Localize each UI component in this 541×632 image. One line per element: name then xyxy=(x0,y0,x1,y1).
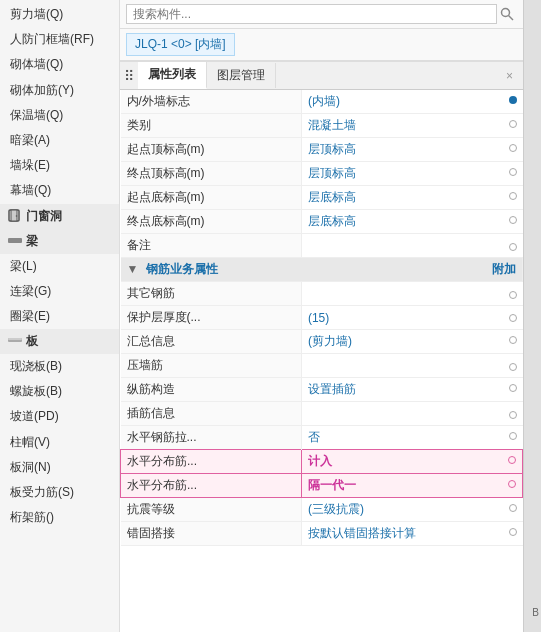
dot-empty-rebar7 xyxy=(508,456,516,464)
grid-icon: ⠿ xyxy=(124,68,134,84)
prop-name-vert-structure: 纵筋构造 xyxy=(121,378,302,402)
search-input[interactable] xyxy=(126,4,497,24)
prop-row-lap-connect: 错固搭接 按默认错固搭接计算 xyxy=(121,522,523,546)
dot-empty-icon2 xyxy=(509,144,517,152)
prop-value-cover[interactable]: (15) xyxy=(301,306,522,330)
sidebar-item-col-cap[interactable]: 柱帽(V) xyxy=(0,430,119,455)
sidebar-section-slab-label: 板 xyxy=(26,333,38,350)
sidebar-item-masonry-rebar[interactable]: 砌体加筋(Y) xyxy=(0,78,119,103)
prop-value-pressure-bar[interactable] xyxy=(301,354,522,378)
sidebar-item-ramp[interactable]: 坡道(PD) xyxy=(0,404,119,429)
sidebar-section-beam[interactable]: 梁 xyxy=(0,229,119,254)
dot-empty-rebar5 xyxy=(509,411,517,419)
prop-row-horiz-rebar-dist: 水平钢筋拉... 否 xyxy=(121,426,523,450)
prop-value-start-top[interactable]: 层顶标高 xyxy=(301,138,522,162)
dot-empty-rebar0 xyxy=(509,291,517,299)
dot-filled-icon xyxy=(509,96,517,104)
search-button[interactable] xyxy=(497,4,517,24)
properties-table: 内/外墙标志 (内墙) 类别 混凝土墙 起点顶标高(m) xyxy=(120,90,523,546)
prop-value-start-bottom[interactable]: 层底标高 xyxy=(301,186,522,210)
prop-row-end-bottom: 终点底标高(m) 层底标高 xyxy=(121,210,523,234)
prop-value-lap-connect[interactable]: 按默认错固搭接计算 xyxy=(301,522,522,546)
component-tag[interactable]: JLQ-1 <0> [内墙] xyxy=(126,33,235,56)
prop-name-summary: 汇总信息 xyxy=(121,330,302,354)
prop-row-end-top: 终点顶标高(m) 层顶标高 xyxy=(121,162,523,186)
properties-panel: ⠿ 属性列表 图层管理 × 内/外墙标志 (内墙) 类别 混凝土墙 xyxy=(120,61,523,632)
prop-name-rebar-info: 插筋信息 xyxy=(121,402,302,426)
prop-name-horiz-rebar-dist: 水平钢筋拉... xyxy=(121,426,302,450)
sidebar-item-spiral-slab[interactable]: 螺旋板(B) xyxy=(0,379,119,404)
sidebar-section-slab[interactable]: 板 xyxy=(0,329,119,354)
prop-row-start-top: 起点顶标高(m) 层顶标高 xyxy=(121,138,523,162)
prop-name-horiz-dist1: 水平分布筋... xyxy=(121,450,302,474)
prop-value-interior-flag[interactable]: (内墙) xyxy=(301,90,522,114)
svg-point-6 xyxy=(502,9,510,17)
prop-value-remark[interactable] xyxy=(301,234,522,258)
prop-value-end-top[interactable]: 层顶标高 xyxy=(301,162,522,186)
prop-value-horiz-dist2[interactable]: 隔一代一 xyxy=(301,474,522,498)
prop-row-cover: 保护层厚度(... (15) xyxy=(121,306,523,330)
prop-name-lap-connect: 错固搭接 xyxy=(121,522,302,546)
rebar-section-label: ▼ 钢筋业务属性 附加 xyxy=(121,258,523,282)
prop-value-rebar-info[interactable] xyxy=(301,402,522,426)
beam-icon xyxy=(8,234,22,248)
close-panel-button[interactable]: × xyxy=(500,67,519,85)
prop-name-other-rebar: 其它钢筋 xyxy=(121,282,302,306)
sidebar-item-wall-column[interactable]: 墙垛(E) xyxy=(0,153,119,178)
prop-value-horiz-dist1[interactable]: 计入 xyxy=(301,450,522,474)
svg-rect-5 xyxy=(8,338,22,340)
prop-row-horiz-dist2: 水平分布筋... 隔一代一 xyxy=(121,474,523,498)
prop-row-summary: 汇总信息 (剪力墙) xyxy=(121,330,523,354)
sidebar-item-beam-g[interactable]: 连梁(G) xyxy=(0,279,119,304)
prop-value-seismic-grade[interactable]: (三级抗震) xyxy=(301,498,522,522)
svg-line-7 xyxy=(509,16,514,21)
dot-empty-rebar1 xyxy=(509,314,517,322)
sidebar-item-insulation[interactable]: 保温墙(Q) xyxy=(0,103,119,128)
tab-properties[interactable]: 属性列表 xyxy=(138,62,207,89)
svg-point-2 xyxy=(16,215,18,217)
prop-row-vert-structure: 纵筋构造 设置插筋 xyxy=(121,378,523,402)
slab-icon xyxy=(8,335,22,349)
dot-empty-rebar6 xyxy=(509,432,517,440)
sidebar-item-cast-slab[interactable]: 现浇板(B) xyxy=(0,354,119,379)
prop-name-cover: 保护层厚度(... xyxy=(121,306,302,330)
sidebar-section-door-window[interactable]: 门窗洞 xyxy=(0,204,119,229)
prop-value-summary[interactable]: (剪力墙) xyxy=(301,330,522,354)
prop-row-interior-flag: 内/外墙标志 (内墙) xyxy=(121,90,523,114)
prop-row-pressure-bar: 压墙筋 xyxy=(121,354,523,378)
svg-rect-3 xyxy=(8,238,22,243)
sidebar-item-curtain-wall[interactable]: 幕墙(Q) xyxy=(0,178,119,203)
prop-value-other-rebar[interactable] xyxy=(301,282,522,306)
sidebar: 剪力墙(Q) 人防门框墙(RF) 砌体墙(Q) 砌体加筋(Y) 保温墙(Q) 暗… xyxy=(0,0,120,632)
sidebar-item-slab-hole[interactable]: 板洞(N) xyxy=(0,455,119,480)
dot-empty-icon3 xyxy=(509,168,517,176)
prop-name-horiz-dist2: 水平分布筋... xyxy=(121,474,302,498)
prop-value-category[interactable]: 混凝土墙 xyxy=(301,114,522,138)
tab-layer[interactable]: 图层管理 xyxy=(207,63,276,88)
sidebar-section-door-window-label: 门窗洞 xyxy=(26,208,62,225)
dot-empty-rebar4 xyxy=(509,384,517,392)
dot-empty-rebar8 xyxy=(508,480,516,488)
rebar-section-header: ▼ 钢筋业务属性 附加 xyxy=(121,258,523,282)
dot-empty-rebar2 xyxy=(509,336,517,344)
attach-button[interactable]: 附加 xyxy=(492,261,516,278)
sidebar-item-truss-rebar[interactable]: 桁架筋() xyxy=(0,505,119,530)
prop-value-horiz-rebar-dist[interactable]: 否 xyxy=(301,426,522,450)
sidebar-item-civil-defense[interactable]: 人防门框墙(RF) xyxy=(0,27,119,52)
dot-empty-rebar10 xyxy=(509,528,517,536)
prop-value-end-bottom[interactable]: 层底标高 xyxy=(301,210,522,234)
prop-value-vert-structure[interactable]: 设置插筋 xyxy=(301,378,522,402)
sidebar-item-ring-beam[interactable]: 圈梁(E) xyxy=(0,304,119,329)
prop-name-pressure-bar: 压墙筋 xyxy=(121,354,302,378)
search-bar xyxy=(120,0,523,29)
collapse-icon[interactable]: ▼ xyxy=(127,262,139,276)
sidebar-item-concealed-beam[interactable]: 暗梁(A) xyxy=(0,128,119,153)
prop-name-start-top: 起点顶标高(m) xyxy=(121,138,302,162)
sidebar-item-beam-l[interactable]: 梁(L) xyxy=(0,254,119,279)
prop-row-category: 类别 混凝土墙 xyxy=(121,114,523,138)
corner-label: B xyxy=(532,607,539,618)
sidebar-item-slab-rebar[interactable]: 板受力筋(S) xyxy=(0,480,119,505)
sidebar-item-shear-wall[interactable]: 剪力墙(Q) xyxy=(0,2,119,27)
prop-name-end-bottom: 终点底标高(m) xyxy=(121,210,302,234)
sidebar-item-masonry[interactable]: 砌体墙(Q) xyxy=(0,52,119,77)
